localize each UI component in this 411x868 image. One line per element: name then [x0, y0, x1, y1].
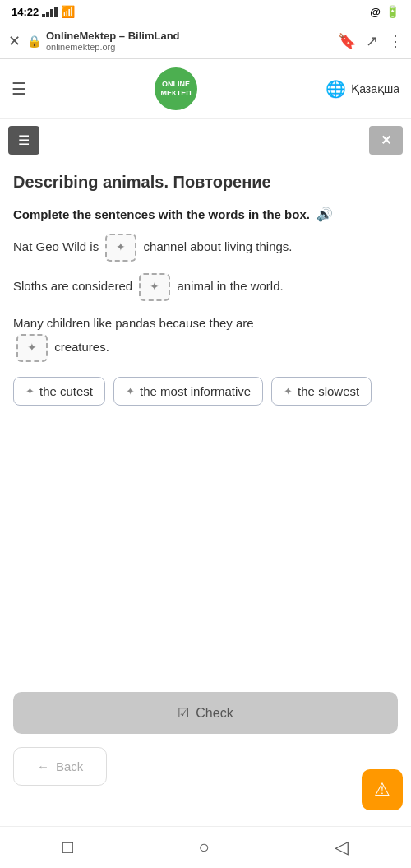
- sentence-3: Many children like pandas because they a…: [13, 313, 398, 362]
- warning-icon: ⚠: [374, 779, 390, 801]
- chip-2[interactable]: ✦ the slowest: [271, 377, 372, 406]
- lock-icon: 🔒: [27, 35, 41, 48]
- drop-slot-2[interactable]: ✦: [139, 273, 170, 301]
- status-time: 14:22: [12, 6, 39, 18]
- check-button[interactable]: ☑ Check: [13, 692, 398, 734]
- sentence-2: Sloths are considered ✦ animal in the wo…: [13, 273, 398, 301]
- sentence-2-after: animal in the world.: [177, 279, 283, 293]
- chip-1-label: the most informative: [140, 384, 251, 398]
- sentence-2-before: Sloths are considered: [13, 279, 132, 293]
- drop-slot-3-icon: ✦: [27, 338, 37, 358]
- browser-actions: 🔖 ↗ ⋮: [338, 32, 403, 50]
- language-selector[interactable]: 🌐 Қазақша: [326, 79, 399, 99]
- toolbar: ☰ ✕: [0, 119, 411, 161]
- drop-slot-1-icon: ✦: [116, 238, 126, 258]
- logo-badge: ONLINE МЕКТЕП: [155, 67, 197, 110]
- status-bar: 14:22 📶 @ 🔋: [0, 0, 411, 23]
- close-button[interactable]: ✕: [369, 126, 403, 155]
- browser-title: OnlineMektep – BilimLand: [46, 30, 180, 42]
- drop-slot-3[interactable]: ✦: [16, 334, 48, 362]
- sentence-1-before: Nat Geo Wild is: [13, 239, 99, 253]
- drop-slot-2-icon: ✦: [150, 277, 159, 297]
- chips-area: ✦ the cutest ✦ the most informative ✦ th…: [13, 377, 398, 406]
- sentence-3-before: Many children like pandas because they a…: [13, 316, 254, 330]
- url-info: OnlineMektep – BilimLand onlinemektep.or…: [46, 30, 180, 52]
- browser-bar: ✕ 🔒 OnlineMektep – BilimLand onlinemekte…: [0, 23, 411, 59]
- nav-back-icon[interactable]: ◁: [335, 837, 349, 858]
- chip-1-drag-icon: ✦: [126, 385, 135, 397]
- chip-0[interactable]: ✦ the cutest: [13, 377, 105, 406]
- battery-icon: 🔋: [386, 5, 399, 18]
- sentence-3-after: creatures.: [54, 339, 109, 353]
- browser-domain: onlinemektep.org: [46, 42, 180, 52]
- browser-close-button[interactable]: ✕: [8, 32, 21, 50]
- share-icon[interactable]: ↗: [366, 32, 378, 50]
- back-arrow-icon: ←: [37, 759, 49, 773]
- speaker-icon[interactable]: 🔊: [316, 207, 333, 222]
- nav-square-icon[interactable]: □: [62, 837, 73, 858]
- bottom-nav: □ ○ ◁: [0, 826, 411, 868]
- chip-0-label: the cutest: [39, 384, 93, 398]
- signal-icon: [42, 7, 58, 17]
- chip-2-label: the slowest: [298, 384, 359, 398]
- check-label: Check: [196, 706, 233, 721]
- wifi-icon: 📶: [61, 5, 75, 18]
- circle-status-icon: @: [370, 6, 381, 18]
- check-icon: ☑: [178, 705, 189, 721]
- task-instruction: Complete the sentences with the words in…: [13, 207, 398, 222]
- sentence-1-after: channel about living things.: [144, 239, 293, 253]
- drop-slot-1[interactable]: ✦: [105, 234, 136, 262]
- nav-circle-icon[interactable]: ○: [198, 837, 209, 858]
- chip-1[interactable]: ✦ the most informative: [113, 377, 263, 406]
- logo-line2: МЕКТЕП: [160, 89, 191, 98]
- instruction-text: Complete the sentences with the words in…: [13, 207, 310, 221]
- menu-icon[interactable]: ☰: [12, 79, 26, 99]
- logo-line1: ONLINE: [162, 80, 190, 89]
- chip-0-drag-icon: ✦: [25, 385, 35, 397]
- app-header: ☰ ONLINE МЕКТЕП 🌐 Қазақша: [0, 59, 411, 119]
- bookmark-icon[interactable]: 🔖: [338, 32, 356, 50]
- back-button[interactable]: ← Back: [13, 747, 107, 786]
- sentence-1: Nat Geo Wild is ✦ channel about living t…: [13, 234, 398, 262]
- page-title: Describing animals. Повторение: [13, 173, 398, 192]
- globe-icon: 🌐: [326, 79, 346, 99]
- chip-2-drag-icon: ✦: [284, 385, 293, 397]
- main-content: Describing animals. Повторение Complete …: [0, 161, 411, 692]
- language-label: Қазақша: [351, 82, 399, 95]
- hamburger-button[interactable]: ☰: [8, 126, 39, 155]
- back-label: Back: [56, 759, 83, 773]
- more-icon[interactable]: ⋮: [388, 32, 403, 50]
- warning-fab[interactable]: ⚠: [362, 769, 403, 810]
- url-area: 🔒 OnlineMektep – BilimLand onlinemektep.…: [27, 30, 331, 52]
